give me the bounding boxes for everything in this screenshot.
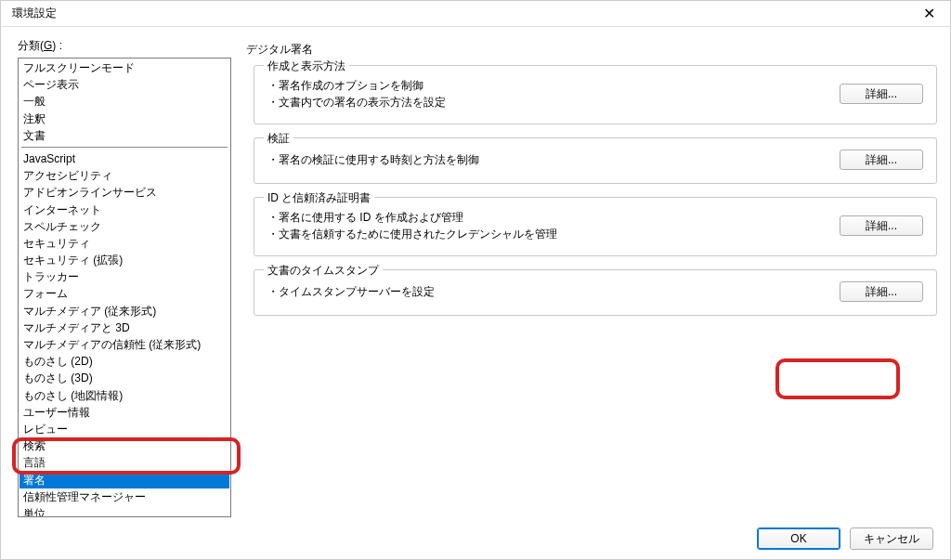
detail-button[interactable]: 詳細... <box>840 281 923 302</box>
list-item[interactable]: ユーザー情報 <box>20 404 229 421</box>
group-body: 署名に使用する ID を作成および管理文書を信頼するために使用されたクレデンシャ… <box>267 209 923 242</box>
group-bullets: 署名の検証に使用する時刻と方法を制御 <box>267 151 479 168</box>
category-listbox[interactable]: フルスクリーンモードページ表示一般注釈文書JavaScriptアクセシビリティア… <box>18 58 231 517</box>
group-body: タイムスタンプサーバーを設定詳細... <box>267 281 923 302</box>
group-bullets: 署名作成のオプションを制御文書内での署名の表示方法を設定 <box>267 77 446 111</box>
list-item[interactable]: 信頼性管理マネージャー <box>20 488 229 505</box>
bullet-line: 文書を信頼するために使用されたクレデンシャルを管理 <box>267 226 557 242</box>
list-item[interactable]: ものさし (3D) <box>20 370 229 386</box>
list-item[interactable]: フォーム <box>20 285 229 302</box>
bullet-line: 署名に使用する ID を作成および管理 <box>267 209 557 226</box>
list-item[interactable]: マルチメディアと 3D <box>20 319 229 336</box>
list-item[interactable]: アドビオンラインサービス <box>20 184 229 201</box>
category-label: 分類(G) : <box>18 38 231 54</box>
list-item[interactable]: ページ表示 <box>20 76 229 93</box>
list-item[interactable]: 文書 <box>20 127 229 144</box>
dialog-content: 分類(G) : フルスクリーンモードページ表示一般注釈文書JavaScriptア… <box>1 27 950 519</box>
settings-group: ID と信頼済み証明書署名に使用する ID を作成および管理文書を信頼するために… <box>254 197 937 256</box>
list-item[interactable]: 単位 <box>20 505 229 517</box>
ok-button[interactable]: OK <box>757 527 840 550</box>
list-item[interactable]: ものさし (地図情報) <box>20 387 229 404</box>
bullet-line: 署名作成のオプションを制御 <box>267 77 446 94</box>
list-item[interactable]: セキュリティ <box>20 235 229 252</box>
list-item[interactable]: スペルチェック <box>20 218 229 235</box>
list-item[interactable]: インターネット <box>20 202 229 218</box>
group-legend: ID と信頼済み証明書 <box>264 190 374 206</box>
group-legend: 作成と表示方法 <box>264 59 349 74</box>
category-label-key: G <box>44 39 52 52</box>
detail-button[interactable]: 詳細... <box>840 150 923 170</box>
list-item[interactable]: 注釈 <box>20 111 229 127</box>
group-legend: 文書のタイムスタンプ <box>264 263 383 279</box>
settings-panel: デジタル署名 作成と表示方法署名作成のオプションを制御文書内での署名の表示方法を… <box>246 38 937 519</box>
list-item[interactable]: ものさし (2D) <box>20 353 229 370</box>
panel-title: デジタル署名 <box>246 42 937 58</box>
list-item[interactable]: 一般 <box>20 93 229 110</box>
titlebar: 環境設定 ✕ <box>1 1 950 27</box>
group-bullets: タイムスタンプサーバーを設定 <box>267 283 435 300</box>
list-item[interactable]: セキュリティ (拡張) <box>20 252 229 268</box>
list-item[interactable]: レビュー <box>20 421 229 437</box>
list-item[interactable]: 検索 <box>20 437 229 454</box>
list-item[interactable]: JavaScript <box>20 150 229 167</box>
bullet-line: 文書内での署名の表示方法を設定 <box>267 94 446 111</box>
list-item[interactable]: マルチメディアの信頼性 (従来形式) <box>20 336 229 353</box>
bullet-line: 署名の検証に使用する時刻と方法を制御 <box>267 151 479 168</box>
list-item[interactable]: 言語 <box>20 454 229 471</box>
detail-button[interactable]: 詳細... <box>840 84 923 104</box>
settings-group: 検証署名の検証に使用する時刻と方法を制御詳細... <box>254 137 937 184</box>
list-item[interactable]: フルスクリーンモード <box>20 59 229 76</box>
group-bullets: 署名に使用する ID を作成および管理文書を信頼するために使用されたクレデンシャ… <box>267 209 557 242</box>
settings-group: 作成と表示方法署名作成のオプションを制御文書内での署名の表示方法を設定詳細... <box>254 65 937 124</box>
group-legend: 検証 <box>264 131 293 147</box>
sidebar: 分類(G) : フルスクリーンモードページ表示一般注釈文書JavaScriptア… <box>18 38 231 519</box>
detail-button[interactable]: 詳細... <box>840 215 923 236</box>
group-body: 署名の検証に使用する時刻と方法を制御詳細... <box>267 150 923 170</box>
dialog-footer: OK キャンセル <box>757 527 933 550</box>
window-title: 環境設定 <box>12 6 57 21</box>
group-body: 署名作成のオプションを制御文書内での署名の表示方法を設定詳細... <box>267 77 923 111</box>
cancel-button[interactable]: キャンセル <box>850 527 933 550</box>
category-label-suffix: ) : <box>52 39 62 52</box>
list-separator <box>21 147 228 148</box>
list-item[interactable]: 署名 <box>20 472 229 488</box>
list-item[interactable]: マルチメディア (従来形式) <box>20 303 229 319</box>
close-icon[interactable]: ✕ <box>916 3 943 24</box>
list-item[interactable]: トラッカー <box>20 268 229 285</box>
settings-group: 文書のタイムスタンプタイムスタンプサーバーを設定詳細... <box>254 269 937 316</box>
list-item[interactable]: アクセシビリティ <box>20 167 229 184</box>
bullet-line: タイムスタンプサーバーを設定 <box>267 283 435 300</box>
category-label-prefix: 分類( <box>18 39 44 52</box>
